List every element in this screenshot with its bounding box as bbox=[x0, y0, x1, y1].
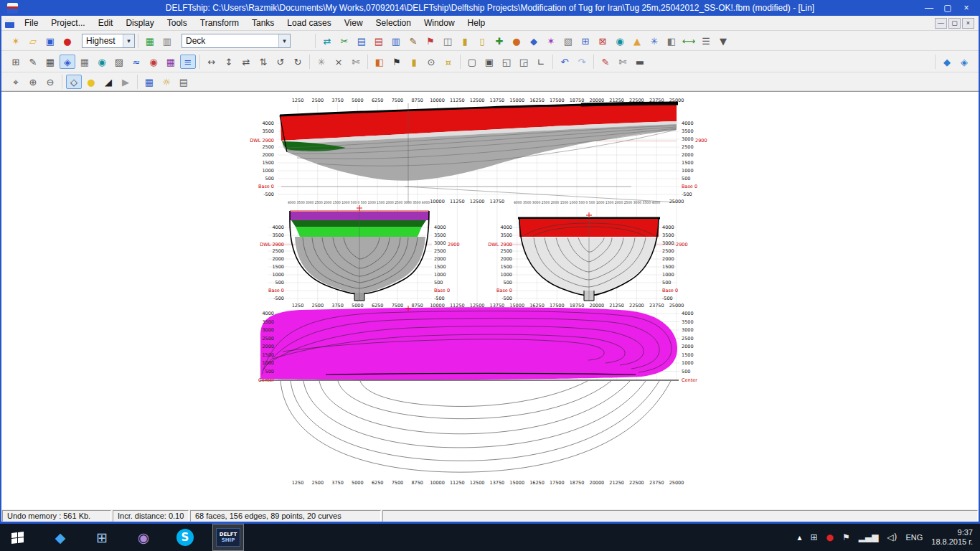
red-pen-icon[interactable]: ✎ bbox=[598, 55, 613, 69]
import-chines-icon[interactable]: ▥ bbox=[388, 34, 404, 48]
linesplan-drawing[interactable]: 1250250037505000625075008750100001125012… bbox=[1, 92, 979, 509]
dropdown-more-icon[interactable]: ▼ bbox=[715, 34, 731, 48]
blue-diamond-icon[interactable]: ◆ bbox=[526, 34, 542, 48]
undo-icon[interactable]: ↶ bbox=[557, 55, 573, 69]
add-plus-icon[interactable]: ✚ bbox=[491, 34, 507, 48]
select-corner-alt-icon[interactable]: ◲ bbox=[516, 55, 532, 69]
language-indicator[interactable]: ENG bbox=[905, 533, 923, 542]
new-project-icon[interactable]: ✶ bbox=[8, 34, 24, 48]
fill-color-icon[interactable]: ◧ bbox=[372, 55, 387, 69]
stations-icon[interactable]: ◉ bbox=[146, 55, 161, 69]
zoom-in-icon[interactable]: ⊕ bbox=[25, 75, 41, 89]
mirror-icon[interactable]: ⇄ bbox=[238, 55, 254, 69]
mdi-child-icon[interactable] bbox=[5, 19, 14, 28]
mdi-restore-button[interactable]: ▢ bbox=[948, 18, 961, 29]
rotate-ccw-icon[interactable]: ↺ bbox=[273, 55, 288, 69]
scissors-icon[interactable]: ✂ bbox=[336, 34, 352, 48]
interior-edges-icon[interactable]: ◉ bbox=[94, 55, 110, 69]
precision-combo[interactable]: Highest ▾ bbox=[82, 34, 135, 48]
record-icon[interactable]: ● bbox=[60, 34, 75, 48]
menu-transform[interactable]: Transform bbox=[194, 17, 245, 29]
asterisk-icon[interactable]: ✳ bbox=[646, 34, 662, 48]
lock-icon[interactable]: ▮ bbox=[457, 34, 473, 48]
open-project-icon[interactable]: ▱ bbox=[25, 34, 41, 48]
menu-edit[interactable]: Edit bbox=[92, 17, 120, 29]
lock-points-icon[interactable]: ▮ bbox=[406, 55, 422, 69]
diagonals-icon[interactable]: ▦ bbox=[163, 55, 179, 69]
target-icon[interactable]: ◉ bbox=[612, 34, 628, 48]
menu-display[interactable]: Display bbox=[119, 17, 160, 29]
menu-file[interactable]: File bbox=[18, 17, 44, 29]
print-icon[interactable]: ▤ bbox=[176, 75, 192, 89]
shaded-cube-icon[interactable]: ◈ bbox=[956, 55, 972, 69]
menu-help[interactable]: Help bbox=[461, 17, 492, 29]
maximize-button[interactable]: ▢ bbox=[938, 1, 957, 14]
zoom-out-icon[interactable]: ⊖ bbox=[42, 75, 58, 89]
select-corner-icon[interactable]: ◱ bbox=[499, 55, 514, 69]
menu-project-[interactable]: Project... bbox=[44, 17, 91, 29]
bar-icon[interactable]: ▬ bbox=[632, 55, 648, 69]
windows-layout-icon[interactable]: ◫ bbox=[440, 34, 456, 48]
start-button[interactable] bbox=[0, 524, 34, 551]
menu-tanks[interactable]: Tanks bbox=[245, 17, 281, 29]
flip-icon[interactable]: ⇅ bbox=[255, 55, 271, 69]
volume-icon[interactable]: ◁) bbox=[887, 532, 897, 542]
waterlines-icon[interactable]: ≈ bbox=[128, 55, 144, 69]
purple-star-icon[interactable]: ✶ bbox=[543, 34, 559, 48]
active-layer-combo[interactable]: Deck ▾ bbox=[182, 34, 291, 48]
menu-load-cases[interactable]: Load cases bbox=[281, 17, 337, 29]
mdi-minimize-button[interactable]: — bbox=[935, 18, 947, 29]
hatch-view-icon[interactable]: ▨ bbox=[111, 55, 127, 69]
taskbar-clock[interactable]: 9:37 18.8.2015 г. bbox=[931, 528, 973, 547]
lightbulb-icon[interactable]: ● bbox=[83, 75, 99, 89]
perpendicular-icon[interactable]: ∟ bbox=[533, 55, 549, 69]
grid-close-icon[interactable]: ⊠ bbox=[595, 34, 611, 48]
warning-triangle-icon[interactable]: ▲ bbox=[629, 34, 645, 48]
collapse-icon[interactable]: ✳ bbox=[314, 55, 329, 69]
menu-window[interactable]: Window bbox=[418, 17, 461, 29]
metro-app-icon[interactable]: ⊞ bbox=[811, 532, 818, 542]
play-icon[interactable]: ▶ bbox=[118, 75, 133, 89]
avira-icon[interactable]: ● bbox=[826, 532, 834, 542]
browser-app-taskbar-button[interactable]: ◉ bbox=[128, 524, 159, 551]
drawing-canvas[interactable]: 1250250037505000625075008750100001125012… bbox=[1, 91, 979, 509]
rotate-cw-icon[interactable]: ↻ bbox=[290, 55, 306, 69]
deselect-area-icon[interactable]: ▣ bbox=[481, 55, 497, 69]
shade-icon[interactable]: ◈ bbox=[60, 55, 75, 69]
save-image-icon[interactable]: ▦ bbox=[141, 75, 157, 89]
select-area-icon[interactable]: ▢ bbox=[464, 55, 480, 69]
action-center-flag-icon[interactable]: ⚑ bbox=[842, 532, 850, 542]
linesplan-icon[interactable]: ≡ bbox=[180, 55, 196, 69]
edit-mode-icon[interactable]: ✎ bbox=[25, 55, 41, 69]
skype-taskbar-button[interactable]: S bbox=[169, 524, 201, 551]
signal-bars-icon[interactable]: ▂▄▆ bbox=[859, 532, 879, 542]
check-flag-icon[interactable]: ⚑ bbox=[389, 55, 405, 69]
unlock-icon[interactable]: ▯ bbox=[474, 34, 490, 48]
zoom-point-icon[interactable]: ⊙ bbox=[423, 55, 439, 69]
minimize-button[interactable]: — bbox=[920, 1, 938, 14]
layer-properties-icon[interactable]: ▦ bbox=[142, 34, 158, 48]
hatch-icon[interactable]: ▧ bbox=[560, 34, 576, 48]
export-surface-icon[interactable]: ▤ bbox=[371, 34, 387, 48]
render-sun-icon[interactable]: ☼ bbox=[159, 75, 174, 89]
close-button[interactable]: × bbox=[957, 1, 976, 14]
control-net-icon[interactable]: ▦ bbox=[42, 55, 58, 69]
redo-icon[interactable]: ↷ bbox=[574, 55, 590, 69]
key-icon[interactable]: ¤ bbox=[440, 55, 456, 69]
wireframe-diamond-icon[interactable]: ◇ bbox=[66, 75, 82, 89]
edit-notes-icon[interactable]: ✎ bbox=[405, 34, 421, 48]
wireframe-icon[interactable]: ⊞ bbox=[8, 55, 24, 69]
menu-view[interactable]: View bbox=[338, 17, 369, 29]
zebra-shade-icon[interactable]: ◢ bbox=[100, 75, 116, 89]
menu-lines-icon[interactable]: ☰ bbox=[698, 34, 714, 48]
delftship-taskbar-button[interactable]: DELFT SHIP bbox=[212, 524, 244, 551]
move-icon[interactable]: ↔ bbox=[204, 55, 220, 69]
grid-plus-icon[interactable]: ⊞ bbox=[578, 34, 593, 48]
flag-icon[interactable]: ⚑ bbox=[423, 34, 438, 48]
vertical-move-icon[interactable]: ↕ bbox=[221, 55, 237, 69]
hidden-icons-chevron[interactable]: ▴ bbox=[797, 532, 801, 542]
cut-curve-icon[interactable]: ✄ bbox=[615, 55, 631, 69]
gauss-curvature-icon[interactable]: ▦ bbox=[77, 55, 93, 69]
menu-tools[interactable]: Tools bbox=[161, 17, 194, 29]
dropbox-taskbar-button[interactable]: ◆ bbox=[44, 524, 76, 551]
